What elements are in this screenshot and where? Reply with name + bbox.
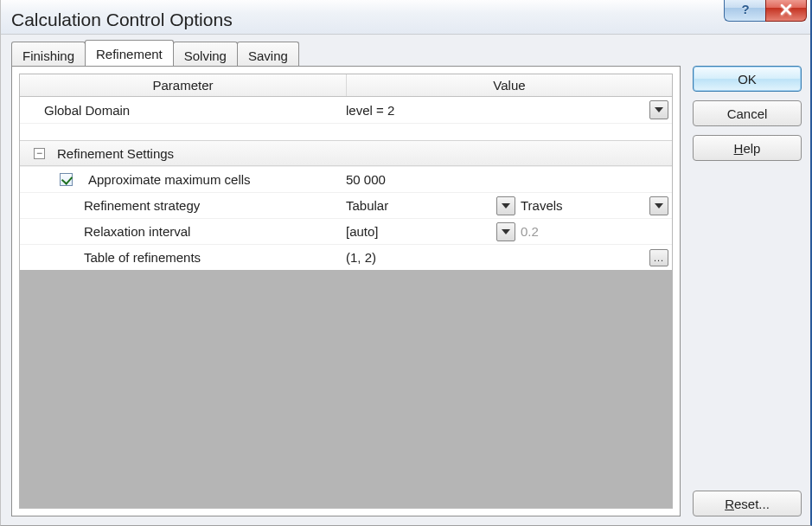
- row-approx-max-cells: Approximate maximum cells 50 000: [20, 166, 672, 192]
- spacer-row: [20, 123, 672, 140]
- ok-button[interactable]: OK: [693, 66, 802, 92]
- side-spacer: [693, 170, 802, 482]
- cancel-button[interactable]: Cancel: [693, 100, 802, 126]
- chevron-down-icon[interactable]: [496, 196, 515, 215]
- side-button-panel: OK Cancel Help Reset...: [693, 42, 802, 516]
- value-table-of-refinements: (1, 2) ...: [346, 249, 672, 266]
- help-icon[interactable]: ?: [724, 0, 765, 22]
- value-relaxation-interval: [auto] 0.2: [346, 222, 672, 241]
- value-approx-max-cells: 50 000: [346, 172, 672, 187]
- checkbox-approx-max-cells[interactable]: [60, 173, 73, 186]
- chevron-down-icon[interactable]: [496, 222, 515, 241]
- chevron-down-icon[interactable]: [649, 100, 668, 119]
- header-parameter: Parameter: [20, 74, 346, 96]
- tab-saving[interactable]: Saving: [237, 42, 299, 66]
- tab-finishing[interactable]: Finishing: [11, 42, 86, 66]
- window-buttons: ?: [724, 0, 807, 22]
- parameter-grid: Parameter Value Global Domain level = 2: [19, 74, 673, 509]
- tab-row: Finishing Refinement Solving Saving: [11, 42, 681, 66]
- section-refinement-settings: − Refinement Settings: [20, 146, 346, 161]
- dialog-body: Finishing Refinement Solving Saving Para…: [1, 35, 810, 525]
- close-icon[interactable]: [765, 0, 807, 22]
- header-value: Value: [346, 74, 672, 96]
- collapse-icon[interactable]: −: [34, 148, 45, 159]
- value-global-domain: level = 2: [346, 100, 672, 119]
- global-domain-value[interactable]: level = 2: [346, 103, 644, 118]
- refinement-strategy-units[interactable]: Travels: [521, 198, 644, 213]
- row-table-of-refinements: Table of refinements (1, 2) ...: [20, 244, 672, 270]
- row-refinement-strategy: Refinement strategy Tabular Travels: [20, 192, 672, 218]
- table-of-refinements-value[interactable]: (1, 2): [346, 250, 644, 265]
- row-refinement-settings: − Refinement Settings: [20, 140, 672, 166]
- param-global-domain: Global Domain: [20, 103, 346, 118]
- section-label: Refinement Settings: [57, 146, 174, 161]
- refinement-strategy-value[interactable]: Tabular: [346, 198, 491, 213]
- svg-text:?: ?: [741, 2, 749, 16]
- param-refinement-strategy: Refinement strategy: [20, 198, 346, 213]
- ellipsis-icon[interactable]: ...: [649, 249, 668, 266]
- relaxation-interval-value[interactable]: [auto]: [346, 224, 491, 239]
- param-table-of-refinements: Table of refinements: [20, 250, 346, 265]
- dialog-title: Calculation Control Options: [11, 10, 233, 30]
- row-global-domain: Global Domain level = 2: [20, 97, 672, 123]
- approx-max-cells-value[interactable]: 50 000: [346, 172, 668, 187]
- tab-refinement[interactable]: Refinement: [85, 40, 174, 64]
- param-approx-max-cells: Approximate maximum cells: [20, 172, 346, 187]
- chevron-down-icon[interactable]: [649, 196, 668, 215]
- tab-solving[interactable]: Solving: [173, 42, 238, 66]
- grid-header: Parameter Value: [20, 74, 672, 97]
- title-bar: Calculation Control Options ?: [1, 0, 810, 35]
- grid-rows: Global Domain level = 2 −: [20, 97, 672, 270]
- label-approx-max-cells: Approximate maximum cells: [88, 172, 251, 187]
- row-relaxation-interval: Relaxation interval [auto] 0.2: [20, 218, 672, 244]
- value-refinement-strategy: Tabular Travels: [346, 196, 672, 215]
- param-relaxation-interval: Relaxation interval: [20, 224, 346, 239]
- main-panel: Finishing Refinement Solving Saving Para…: [11, 42, 681, 516]
- relaxation-interval-override[interactable]: 0.2: [521, 224, 668, 239]
- grid-panel: Parameter Value Global Domain level = 2: [11, 66, 681, 516]
- help-button[interactable]: Help: [693, 135, 802, 161]
- reset-button[interactable]: Reset...: [693, 491, 802, 516]
